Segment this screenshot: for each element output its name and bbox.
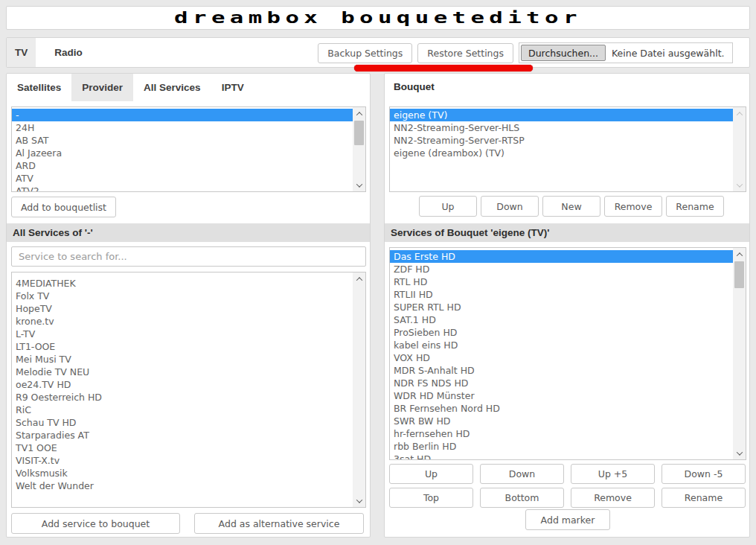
app-header: dreambox bouqueteditor [6, 6, 750, 30]
service-button-down-5[interactable]: Down -5 [662, 464, 746, 484]
service-button-bottom[interactable]: Bottom [480, 488, 564, 508]
bouquet-service-item-rtl-hd[interactable]: RTL HD [390, 275, 733, 288]
scroll-up-icon[interactable] [353, 107, 365, 120]
service-item-l-tv[interactable]: L-TV [12, 328, 353, 340]
provider-item-24h[interactable]: 24H [12, 121, 353, 134]
service-item-lt1-ooe[interactable]: LT1-OOE [12, 340, 353, 353]
service-search-input[interactable] [11, 246, 366, 267]
bouquet-list: eigene (TV)NN2-Streaming-Server-HLSNN2-S… [390, 109, 733, 159]
provider-item-atv[interactable]: ATV [12, 172, 353, 185]
service-button-down[interactable]: Down [480, 464, 564, 484]
service-item-folx-tv[interactable]: Folx TV [12, 290, 353, 302]
provider-item-al-jazeera[interactable]: Al Jazeera [12, 147, 353, 159]
add-to-bouquetlist-button[interactable]: Add to bouquetlist [11, 197, 116, 217]
service-item-oe24-tv-hd[interactable]: oe24.TV HD [12, 378, 353, 391]
provider-scrollbar[interactable] [353, 107, 365, 191]
service-item-schau-tv-hd[interactable]: Schau TV HD [12, 416, 353, 429]
tab-tv[interactable]: TV [7, 38, 36, 67]
bouquet-service-item-hr-fernsehen-hd[interactable]: hr-fernsehen HD [390, 427, 733, 440]
bouquet-item-eigene-dreambox-tv[interactable]: eigene (dreambox) (TV) [390, 147, 733, 159]
bouquet-service-item-sat-1-hd[interactable]: SAT.1 HD [390, 313, 733, 326]
service-item-krone-tv[interactable]: krone.tv [12, 315, 353, 328]
service-item-volksmusik[interactable]: Volksmusik [12, 467, 353, 479]
backup-settings-button[interactable]: Backup Settings [318, 43, 412, 63]
scroll-down-icon[interactable] [353, 179, 365, 191]
bouquet-service-item-das-erste-hd[interactable]: Das Erste HD [390, 250, 733, 263]
bouquet-service-item-ndr-fs-nds-hd[interactable]: NDR FS NDS HD [390, 377, 733, 389]
service-item-tv1-ooe[interactable]: TV1 OOE [12, 442, 353, 454]
service-item-starparadies-at[interactable]: Starparadies AT [12, 429, 353, 442]
chevron-down-icon [356, 181, 362, 187]
chevron-up-icon [356, 277, 362, 283]
add-as-alternative-service-button[interactable]: Add as alternative service [194, 513, 364, 534]
bouquet-service-item-3sat-hd[interactable]: 3sat HD [390, 453, 733, 460]
all-services-scrollbar[interactable] [353, 272, 365, 507]
tab-radio[interactable]: Radio [46, 38, 91, 67]
provider-item-ard[interactable]: ARD [12, 159, 353, 172]
chevron-down-icon [736, 181, 742, 187]
service-button-up[interactable]: Up [389, 464, 473, 484]
bouquet-item-eigene-tv[interactable]: eigene (TV) [390, 109, 733, 121]
bouquet-button-rename[interactable]: Rename [666, 196, 724, 217]
service-item-hopetv[interactable]: HopeTV [12, 302, 353, 315]
bouquet-button-remove[interactable]: Remove [604, 196, 662, 217]
bouquet-service-item-prosieben-hd[interactable]: ProSieben HD [390, 326, 733, 339]
bouquet-button-new[interactable]: New [542, 196, 600, 217]
bouquet-service-item-super-rtl-hd[interactable]: SUPER RTL HD [390, 301, 733, 313]
bouquet-service-item-kabel-eins-hd[interactable]: kabel eins HD [390, 339, 733, 351]
tab-provider[interactable]: Provider [71, 74, 133, 101]
scroll-down-icon[interactable] [353, 494, 365, 507]
bouquet-services-scrollbar[interactable] [733, 248, 746, 459]
provider-listbox: -24HAB SATAl JazeeraARDATVATV2 [11, 106, 366, 192]
provider-item-atv2[interactable]: ATV2 [12, 185, 353, 192]
scrollbar-thumb[interactable] [354, 121, 364, 145]
service-button-rename[interactable]: Rename [662, 488, 746, 508]
service-button-up-5[interactable]: Up +5 [571, 464, 655, 484]
service-item-mei-musi-tv[interactable]: Mei Musi TV [12, 353, 353, 366]
chevron-down-icon [356, 497, 362, 503]
bouquet-button-up[interactable]: Up [419, 196, 477, 217]
scrollbar-thumb[interactable] [734, 261, 744, 288]
bouquet-services-listbox: Das Erste HDZDF HDRTL HDRTLII HDSUPER RT… [389, 247, 746, 460]
scroll-up-icon[interactable] [733, 248, 746, 261]
all-services-list: 4MEDIATHEKFolx TVHopeTVkrone.tvL-TVLT1-O… [12, 277, 353, 492]
bouquet-scrollbar[interactable] [733, 107, 746, 191]
all-services-listbox: 4MEDIATHEKFolx TVHopeTVkrone.tvL-TVLT1-O… [11, 272, 366, 508]
bouquet-item-nn2-streaming-server-hls[interactable]: NN2-Streaming-Server-HLS [390, 121, 733, 134]
bouquet-service-item-rbb-berlin-hd[interactable]: rbb Berlin HD [390, 440, 733, 453]
service-item-welt-der-wunder[interactable]: Welt der Wunder [12, 479, 353, 492]
bouquet-service-item-zdf-hd[interactable]: ZDF HD [390, 263, 733, 275]
bouquet-service-item-mdr-s-anhalt-hd[interactable]: MDR S-Anhalt HD [390, 364, 733, 377]
bouquet-item-nn2-streaming-server-rtsp[interactable]: NN2-Streaming-Server-RTSP [390, 134, 733, 147]
scroll-up-icon[interactable] [353, 272, 365, 285]
file-input[interactable]: Durchsuchen... Keine Datei ausgewählt. [519, 42, 733, 63]
service-item-4mediathek[interactable]: 4MEDIATHEK [12, 277, 353, 290]
service-item-melodie-tv-neu[interactable]: Melodie TV NEU [12, 366, 353, 378]
service-button-top[interactable]: Top [389, 488, 473, 508]
bouquet-service-item-rtlii-hd[interactable]: RTLII HD [390, 288, 733, 301]
tab-iptv[interactable]: IPTV [211, 74, 254, 101]
main-toolbar: TV Radio Backup Settings Restore Setting… [6, 37, 750, 68]
service-item-visit-x-tv[interactable]: VISIT-X.tv [12, 454, 353, 467]
add-service-to-bouquet-button[interactable]: Add service to bouquet [11, 513, 180, 534]
browse-file-button[interactable]: Durchsuchen... [521, 45, 606, 61]
tab-all-services[interactable]: All Services [133, 74, 211, 101]
tab-satellites[interactable]: Satellites [7, 74, 71, 101]
bouquet-service-item-wdr-hd-m-nster[interactable]: WDR HD Münster [390, 389, 733, 402]
provider-item-[interactable]: - [12, 109, 353, 121]
bouquet-service-item-swr-bw-hd[interactable]: SWR BW HD [390, 415, 733, 427]
scroll-down-icon[interactable] [733, 447, 746, 459]
provider-list: -24HAB SATAl JazeeraARDATVATV2 [12, 109, 353, 192]
bouquet-service-item-vox-hd[interactable]: VOX HD [390, 351, 733, 364]
provider-item-ab-sat[interactable]: AB SAT [12, 134, 353, 147]
bouquet-service-item-br-fernsehen-nord-hd[interactable]: BR Fernsehen Nord HD [390, 402, 733, 415]
chevron-up-icon [356, 112, 362, 118]
scroll-down-icon[interactable] [733, 179, 746, 191]
bouquet-button-down[interactable]: Down [481, 196, 539, 217]
service-button-remove[interactable]: Remove [571, 488, 655, 508]
service-item-ric[interactable]: RiC [12, 404, 353, 416]
add-marker-button[interactable]: Add marker [525, 509, 610, 530]
service-item-r9-oesterreich-hd[interactable]: R9 Oesterreich HD [12, 391, 353, 404]
scroll-up-icon[interactable] [733, 107, 746, 120]
restore-settings-button[interactable]: Restore Settings [417, 43, 513, 63]
